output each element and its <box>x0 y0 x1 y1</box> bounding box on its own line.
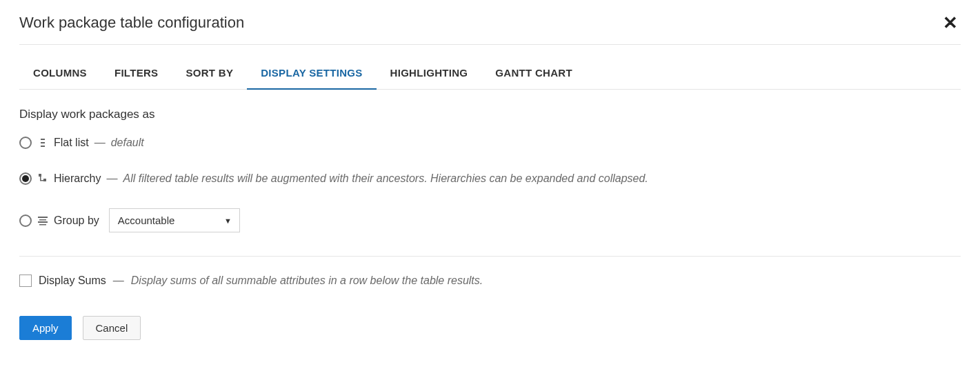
radio-flat-list[interactable] <box>19 137 32 149</box>
configuration-dialog: Work package table configuration ✕ COLUM… <box>0 0 980 354</box>
svg-rect-9 <box>38 221 48 223</box>
flat-list-label: Flat list <box>54 137 89 149</box>
svg-rect-8 <box>39 219 46 221</box>
group-by-label: Group by <box>54 215 99 227</box>
group-by-icon <box>37 216 48 226</box>
svg-rect-0 <box>41 139 45 140</box>
dialog-title: Work package table configuration <box>19 14 244 32</box>
radio-hierarchy[interactable] <box>19 172 32 185</box>
group-by-select-wrap: Accountable ▼ <box>109 208 240 232</box>
svg-rect-10 <box>39 224 46 226</box>
dialog-actions: Apply Cancel <box>19 316 961 340</box>
tabs: COLUMNS FILTERS SORT BY DISPLAY SETTINGS… <box>19 59 961 90</box>
display-sums-checkbox[interactable] <box>19 275 32 287</box>
tab-sort-by[interactable]: SORT BY <box>172 59 247 89</box>
svg-rect-6 <box>43 179 46 181</box>
section-label: Display work packages as <box>19 108 961 121</box>
divider <box>19 256 961 257</box>
tab-columns[interactable]: COLUMNS <box>19 59 101 89</box>
group-by-select[interactable]: Accountable <box>109 208 240 232</box>
svg-rect-1 <box>41 142 45 143</box>
option-group-by[interactable]: Group by Accountable ▼ <box>19 208 961 232</box>
flat-list-icon <box>37 138 48 148</box>
close-icon: ✕ <box>943 12 958 33</box>
svg-rect-3 <box>39 174 41 177</box>
svg-rect-2 <box>41 146 45 147</box>
dialog-header: Work package table configuration ✕ <box>19 14 961 45</box>
svg-rect-7 <box>38 217 48 218</box>
svg-rect-5 <box>40 180 43 181</box>
cancel-button[interactable]: Cancel <box>83 316 141 340</box>
display-sums-label: Display Sums <box>39 275 106 287</box>
hierarchy-hint: All filtered table results will be augme… <box>123 172 648 185</box>
radio-group-by[interactable] <box>19 215 32 227</box>
tab-filters[interactable]: FILTERS <box>101 59 172 89</box>
hierarchy-icon <box>37 174 48 183</box>
tab-display-settings[interactable]: DISPLAY SETTINGS <box>247 59 376 90</box>
flat-list-hint: default <box>111 137 144 149</box>
close-button[interactable]: ✕ <box>940 14 961 32</box>
apply-button[interactable]: Apply <box>19 316 72 340</box>
tab-gantt-chart[interactable]: GANTT CHART <box>481 59 586 89</box>
option-flat-list[interactable]: Flat list — default <box>19 137 961 149</box>
display-sums-hint: Display sums of all summable attributes … <box>131 275 483 287</box>
hierarchy-label: Hierarchy <box>54 172 101 185</box>
option-hierarchy[interactable]: Hierarchy — All filtered table results w… <box>19 172 961 185</box>
tab-highlighting[interactable]: HIGHLIGHTING <box>377 59 482 89</box>
display-sums-row[interactable]: Display Sums — Display sums of all summa… <box>19 275 961 287</box>
